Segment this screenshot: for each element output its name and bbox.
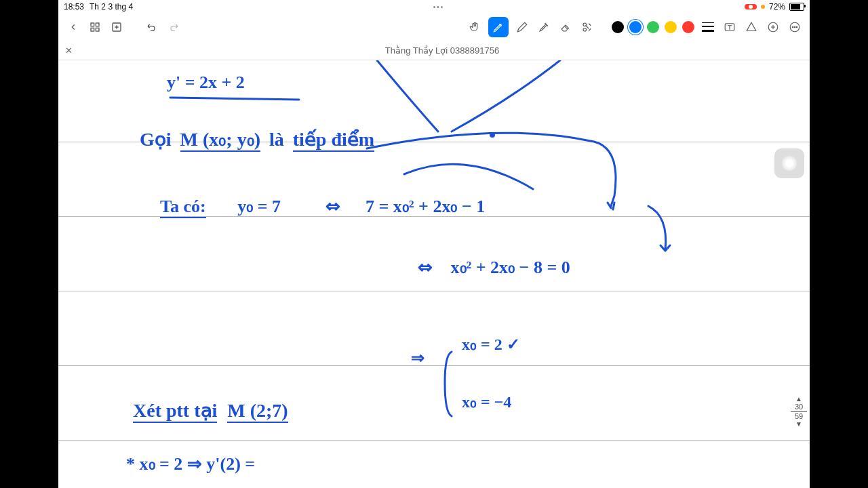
hw-sol2: x₀ = −4 — [462, 392, 511, 411]
hw-sol1: x₀ = 2 ✓ — [462, 335, 520, 354]
text-tool[interactable] — [722, 19, 738, 35]
more-button[interactable] — [787, 19, 803, 35]
redo-button[interactable] — [165, 19, 182, 35]
app-window: 18:53 Th 2 3 thg 4 ••• 72% — [58, 0, 810, 488]
hw-case: * x₀ = 2 ⇒ y'(2) = — [126, 453, 255, 474]
hw-goi: Gọi — [140, 129, 172, 150]
add-button[interactable] — [765, 19, 781, 35]
hw-iff2: ⇔ — [418, 258, 433, 277]
svg-point-13 — [490, 132, 495, 138]
svg-rect-3 — [96, 28, 99, 31]
document-title-bar: ✕ Thằng Thầy Lợi 0388891756 — [58, 41, 810, 60]
toolbar — [58, 14, 810, 41]
status-handle-icon: ••• — [133, 3, 745, 11]
low-power-dot — [761, 5, 765, 9]
svg-point-11 — [794, 26, 795, 28]
svg-point-12 — [796, 26, 797, 28]
document-title: Thằng Thầy Lợi 0388891756 — [81, 45, 803, 56]
highlighter-tool[interactable] — [536, 19, 552, 35]
recording-indicator[interactable] — [745, 4, 757, 9]
close-doc-button[interactable]: ✕ — [65, 45, 76, 56]
hw-imp: ⇒ — [411, 348, 425, 367]
lasso-tool[interactable] — [579, 19, 595, 35]
undo-button[interactable] — [144, 19, 160, 35]
color-black[interactable] — [612, 21, 624, 33]
hw-tiepdiem: tiếp điểm — [293, 129, 374, 152]
color-blue[interactable] — [629, 21, 642, 33]
svg-point-6 — [583, 28, 587, 32]
svg-rect-2 — [91, 28, 94, 31]
hw-eq3: x₀² + 2x₀ − 8 = 0 — [451, 258, 570, 277]
page-total: 59 — [791, 412, 807, 420]
hw-m27: M (2;7) — [227, 400, 288, 423]
shape-tool[interactable] — [743, 19, 760, 35]
hw-point: M (x₀; y₀) — [180, 129, 260, 152]
assistive-touch-button[interactable] — [774, 148, 804, 178]
pencil-tool[interactable] — [514, 19, 530, 35]
color-red[interactable] — [682, 21, 694, 33]
page-navigator: ▲ 30 59 ▼ — [791, 395, 807, 428]
hw-eq1: y' = 2x + 2 — [167, 73, 245, 92]
color-green[interactable] — [647, 21, 659, 33]
battery-percent: 72% — [769, 2, 785, 12]
svg-rect-0 — [91, 23, 94, 26]
page-current[interactable]: 30 — [791, 403, 807, 412]
svg-rect-1 — [96, 23, 99, 26]
stroke-width-button[interactable] — [700, 19, 716, 35]
color-yellow[interactable] — [665, 21, 677, 33]
hw-taco: Ta có: — [160, 197, 206, 218]
status-time: 18:53 — [64, 2, 84, 12]
hw-y0: y₀ = 7 — [237, 197, 281, 216]
page-down-button[interactable]: ▼ — [791, 420, 807, 428]
back-button[interactable] — [65, 19, 81, 35]
hw-la: là — [269, 129, 284, 150]
grid-button[interactable] — [87, 19, 103, 35]
hw-iff1: ⇔ — [326, 197, 340, 216]
add-page-button[interactable] — [108, 19, 125, 35]
pen-tool[interactable] — [488, 17, 509, 37]
hw-eq2: 7 = x₀² + 2x₀ − 1 — [366, 197, 485, 216]
eraser-tool[interactable] — [557, 19, 574, 35]
svg-point-10 — [792, 26, 793, 28]
drawing-canvas[interactable]: y' = 2x + 2 Gọi M (x₀; y₀) là tiếp điểm — [58, 60, 810, 488]
status-bar: 18:53 Th 2 3 thg 4 ••• 72% — [58, 0, 810, 14]
page-up-button[interactable]: ▲ — [791, 395, 807, 403]
battery-icon — [789, 3, 804, 11]
hw-xet: Xét ptt tại — [133, 400, 217, 423]
status-date: Th 2 3 thg 4 — [90, 2, 133, 12]
hand-tool[interactable] — [467, 19, 483, 35]
